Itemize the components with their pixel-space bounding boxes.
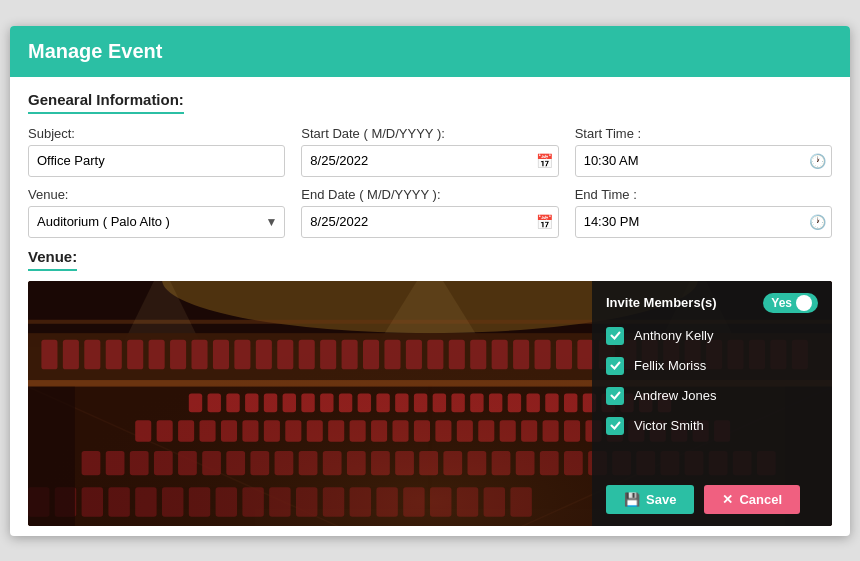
member-checkbox-1[interactable] xyxy=(606,327,624,345)
action-row: 💾 Save ✕ Cancel xyxy=(606,485,818,514)
member-name-1: Anthony Kelly xyxy=(634,328,714,343)
venue-select[interactable]: Auditorium ( Palo Alto ) Conference Room… xyxy=(28,206,285,238)
subject-input[interactable] xyxy=(28,145,285,177)
checkmark-icon xyxy=(610,360,621,371)
start-date-group: Start Date ( M/D/YYYY ): 📅 xyxy=(301,126,558,177)
end-time-input[interactable] xyxy=(575,206,832,238)
cancel-label: Cancel xyxy=(739,492,782,507)
general-info-section: Genearal Information: Subject: Start Dat… xyxy=(28,91,832,238)
start-time-label: Start Time : xyxy=(575,126,832,141)
end-time-clock-icon[interactable]: 🕐 xyxy=(809,214,826,230)
end-time-group: End Time : 🕐 xyxy=(575,187,832,238)
member-name-4: Victor Smith xyxy=(634,418,704,433)
manage-event-modal: Manage Event Genearal Information: Subje… xyxy=(10,26,850,536)
checkmark-icon xyxy=(610,420,621,431)
cancel-icon: ✕ xyxy=(722,492,733,507)
modal-header: Manage Event xyxy=(10,26,850,77)
end-date-wrap: 📅 xyxy=(301,206,558,238)
invite-members-title: Invite Members(s) xyxy=(606,295,717,310)
end-time-label: End Time : xyxy=(575,187,832,202)
save-icon: 💾 xyxy=(624,492,640,507)
end-date-input[interactable] xyxy=(301,206,558,238)
invite-panel: Invite Members(s) Yes xyxy=(592,281,832,526)
start-time-input[interactable] xyxy=(575,145,832,177)
list-item: Andrew Jones xyxy=(606,387,818,405)
list-item: Anthony Kelly xyxy=(606,327,818,345)
start-date-input[interactable] xyxy=(301,145,558,177)
save-label: Save xyxy=(646,492,676,507)
cancel-button[interactable]: ✕ Cancel xyxy=(704,485,800,514)
member-name-3: Andrew Jones xyxy=(634,388,716,403)
start-time-wrap: 🕐 xyxy=(575,145,832,177)
start-time-clock-icon[interactable]: 🕐 xyxy=(809,153,826,169)
venue-select-wrap: Auditorium ( Palo Alto ) Conference Room… xyxy=(28,206,285,238)
member-name-2: Fellix Moriss xyxy=(634,358,706,373)
checkmark-icon xyxy=(610,390,621,401)
venue-section: Venue: xyxy=(28,248,832,526)
toggle-circle xyxy=(796,295,812,311)
form-row-2: Venue: Auditorium ( Palo Alto ) Conferen… xyxy=(28,187,832,238)
list-item: Victor Smith xyxy=(606,417,818,435)
invite-toggle[interactable]: Yes xyxy=(763,293,818,313)
end-time-wrap: 🕐 xyxy=(575,206,832,238)
member-checkbox-3[interactable] xyxy=(606,387,624,405)
modal-body: Genearal Information: Subject: Start Dat… xyxy=(10,77,850,536)
member-list: Anthony Kelly Fellix Moriss xyxy=(606,327,818,473)
venue-select-label: Venue: xyxy=(28,187,285,202)
general-info-title: Genearal Information: xyxy=(28,91,184,114)
form-row-1: Subject: Start Date ( M/D/YYYY ): 📅 Star… xyxy=(28,126,832,177)
subject-label: Subject: xyxy=(28,126,285,141)
start-date-wrap: 📅 xyxy=(301,145,558,177)
checkmark-icon xyxy=(610,330,621,341)
invite-header: Invite Members(s) Yes xyxy=(606,293,818,313)
subject-group: Subject: xyxy=(28,126,285,177)
venue-container: Invite Members(s) Yes xyxy=(28,281,832,526)
end-date-group: End Date ( M/D/YYYY ): 📅 xyxy=(301,187,558,238)
start-date-calendar-icon[interactable]: 📅 xyxy=(536,153,553,169)
venue-select-group: Venue: Auditorium ( Palo Alto ) Conferen… xyxy=(28,187,285,238)
toggle-yes-label: Yes xyxy=(771,296,792,310)
end-date-label: End Date ( M/D/YYYY ): xyxy=(301,187,558,202)
save-button[interactable]: 💾 Save xyxy=(606,485,694,514)
member-checkbox-4[interactable] xyxy=(606,417,624,435)
end-date-calendar-icon[interactable]: 📅 xyxy=(536,214,553,230)
member-checkbox-2[interactable] xyxy=(606,357,624,375)
modal-title: Manage Event xyxy=(28,40,832,63)
start-time-group: Start Time : 🕐 xyxy=(575,126,832,177)
venue-section-title: Venue: xyxy=(28,248,77,271)
start-date-label: Start Date ( M/D/YYYY ): xyxy=(301,126,558,141)
list-item: Fellix Moriss xyxy=(606,357,818,375)
